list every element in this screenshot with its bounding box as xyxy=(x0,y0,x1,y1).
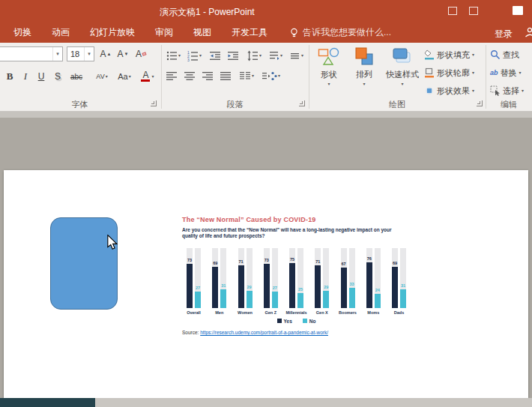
shape-fill-button[interactable]: 形状填充 ▾ xyxy=(424,47,474,62)
character-spacing-button[interactable]: AV▾ xyxy=(91,68,112,85)
change-case-glyph: Aa xyxy=(118,72,127,81)
chevron-down-icon: ▾ xyxy=(519,70,522,75)
line-spacing-button[interactable]: ▾ xyxy=(247,48,262,63)
paragraph-dialog-launcher[interactable] xyxy=(299,100,305,106)
tab-developer[interactable]: 开发工具 xyxy=(232,26,267,39)
bar-track: 33 xyxy=(349,248,355,308)
legend-swatch xyxy=(277,319,282,323)
columns-button[interactable]: ▾ xyxy=(240,68,254,83)
line-spacing-icon xyxy=(247,50,259,61)
chevron-down-icon: ▾ xyxy=(401,82,403,86)
lightbulb-icon xyxy=(289,28,299,38)
legend-label: No xyxy=(309,319,316,324)
justify-button[interactable] xyxy=(220,68,232,83)
shape-outline-button[interactable]: 形状轮廓 ▾ xyxy=(424,65,474,80)
account-avatar-icon[interactable] xyxy=(524,26,532,38)
tab-review[interactable]: 审阅 xyxy=(155,26,173,39)
bar-fill xyxy=(341,268,347,308)
find-icon xyxy=(490,49,501,60)
bar-category-label: Moms xyxy=(367,310,379,315)
below-ribbon-strip xyxy=(0,112,532,118)
text-shadow-button[interactable]: S xyxy=(50,68,65,85)
quick-styles-icon xyxy=(392,46,413,67)
find-button[interactable]: 查找 xyxy=(490,47,519,62)
arrange-button[interactable]: 排列 ▾ xyxy=(348,46,381,95)
shapes-button[interactable]: 形状 ▾ xyxy=(312,46,346,95)
change-case-button[interactable]: Aa▾ xyxy=(114,68,135,85)
bar-track: 67 xyxy=(341,248,347,308)
bar-track: 27 xyxy=(272,248,278,308)
drawing-dialog-launcher[interactable] xyxy=(477,100,483,106)
grow-font-button[interactable]: A▲ xyxy=(97,46,114,62)
editing-group-label: 编辑 xyxy=(486,99,532,110)
tab-view[interactable]: 视图 xyxy=(193,26,211,39)
text-direction-icon xyxy=(268,50,279,61)
chevron-down-icon: ▾ xyxy=(472,52,474,57)
bar-track: 24 xyxy=(375,248,381,308)
decrease-indent-button[interactable] xyxy=(210,48,221,63)
tab-animations[interactable]: 动画 xyxy=(52,26,70,39)
sign-in-button[interactable]: 登录 xyxy=(495,28,513,40)
increase-indent-button[interactable] xyxy=(228,48,239,63)
align-right-button[interactable] xyxy=(202,68,214,83)
align-left-icon xyxy=(166,70,178,82)
shadow-glyph: S xyxy=(55,71,61,82)
mouse-cursor-icon xyxy=(106,235,118,253)
bold-glyph: B xyxy=(7,70,13,82)
minimize-button[interactable] xyxy=(469,7,478,15)
chart-plot: 7327Overall6931Men7129Women7327Gen Z7525… xyxy=(182,248,411,315)
restore-button[interactable] xyxy=(513,6,523,15)
replace-icon: ab xyxy=(490,69,498,76)
chart-legend: YesNo xyxy=(182,319,411,324)
font-color-swatch xyxy=(141,79,150,82)
chevron-down-icon: ▾ xyxy=(301,53,303,58)
bar-fill xyxy=(195,292,201,308)
rounded-rectangle-shape[interactable] xyxy=(50,217,118,310)
bar-track: 73 xyxy=(187,248,193,308)
font-name-combo[interactable]: ▾ xyxy=(0,46,63,61)
chevron-down-icon[interactable]: ▾ xyxy=(84,47,94,61)
font-size-combo[interactable]: 18 ▾ xyxy=(67,46,94,61)
chevron-down-icon: ▾ xyxy=(278,73,280,78)
clear-formatting-button[interactable]: A xyxy=(132,46,150,62)
shrink-font-button[interactable]: A▼ xyxy=(115,46,131,62)
font-dialog-launcher[interactable] xyxy=(151,100,157,106)
align-text-button[interactable]: ▾ xyxy=(289,48,303,63)
bar-track: 27 xyxy=(195,248,201,308)
font-color-glyph: A xyxy=(141,71,150,82)
bar-track: 31 xyxy=(400,248,406,308)
bold-button[interactable]: B xyxy=(2,68,17,85)
chevron-down-icon[interactable]: ▾ xyxy=(52,47,62,61)
italic-button[interactable]: I xyxy=(18,68,33,85)
bar-fill xyxy=(272,292,278,308)
convert-to-smartart-button[interactable]: ▾ xyxy=(262,68,280,83)
source-link[interactable]: https://research.udemy.com/portrait-of-a… xyxy=(200,330,328,335)
chevron-down-icon[interactable]: ▾ xyxy=(151,74,154,79)
replace-button[interactable]: ab 替换 ▾ xyxy=(490,65,522,80)
bar-fill xyxy=(349,288,355,307)
slide-canvas[interactable]: The “New Normal” Caused by COVID-19 Are … xyxy=(4,170,528,398)
bar-fill xyxy=(247,291,253,308)
align-left-button[interactable] xyxy=(166,68,178,83)
shape-effects-button[interactable]: 形状效果 ▾ xyxy=(424,83,474,98)
bar-group: 7327Gen Z xyxy=(259,248,282,315)
bullets-button[interactable]: ▾ xyxy=(166,48,181,63)
numbering-button[interactable]: 123 ▾ xyxy=(187,48,202,63)
quick-styles-label: 快速样式 xyxy=(386,69,419,80)
underline-button[interactable]: U xyxy=(34,68,49,85)
chevron-down-icon: ▾ xyxy=(327,82,330,86)
strikethrough-button[interactable]: abc xyxy=(67,68,86,85)
select-button[interactable]: 选择 ▾ xyxy=(490,83,524,98)
tab-transitions[interactable]: 切换 xyxy=(13,26,31,39)
align-center-button[interactable] xyxy=(184,68,196,83)
text-direction-button[interactable]: ▾ xyxy=(268,48,282,63)
chart-image[interactable]: The “New Normal” Caused by COVID-19 Are … xyxy=(182,216,416,335)
ribbon-display-options-button[interactable] xyxy=(448,7,457,15)
bar-track: 69 xyxy=(212,248,218,308)
quick-styles-button[interactable]: 快速样式 ▾ xyxy=(382,46,423,95)
tell-me-box[interactable]: 告诉我您想要做什么... xyxy=(289,26,391,39)
select-icon xyxy=(490,85,501,96)
tab-slideshow[interactable]: 幻灯片放映 xyxy=(90,26,135,39)
font-color-button[interactable]: A ▾ xyxy=(138,68,157,85)
bar-track: 29 xyxy=(247,248,253,308)
